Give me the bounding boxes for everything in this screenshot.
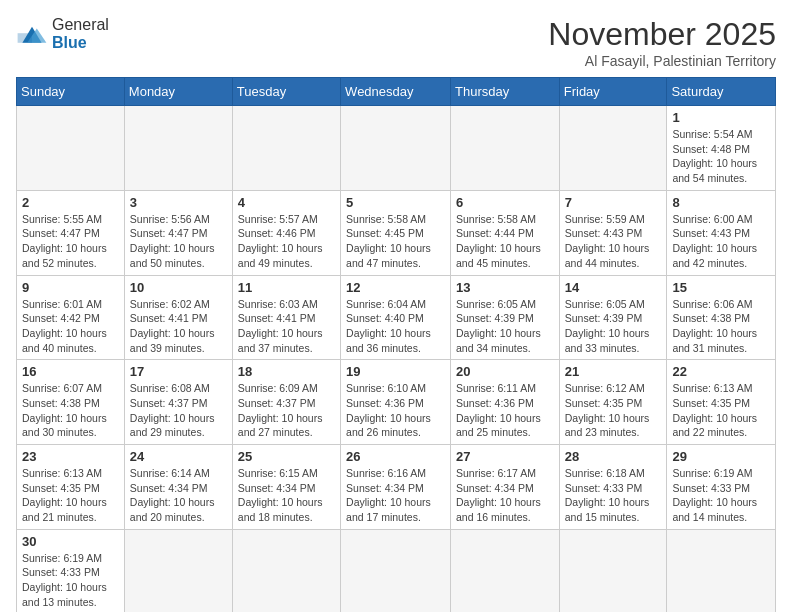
day-27: 27 Sunrise: 6:17 AM Sunset: 4:34 PM Dayl…: [451, 445, 560, 530]
week-row-4: 16 Sunrise: 6:07 AM Sunset: 4:38 PM Dayl…: [17, 360, 776, 445]
logo: GeneralBlue: [16, 16, 109, 51]
calendar-table: Sunday Monday Tuesday Wednesday Thursday…: [16, 77, 776, 612]
empty-cell: [559, 106, 667, 191]
day-21: 21 Sunrise: 6:12 AM Sunset: 4:35 PM Dayl…: [559, 360, 667, 445]
day-23: 23 Sunrise: 6:13 AM Sunset: 4:35 PM Dayl…: [17, 445, 125, 530]
day-17: 17 Sunrise: 6:08 AM Sunset: 4:37 PM Dayl…: [124, 360, 232, 445]
empty-cell: [451, 106, 560, 191]
empty-cell: [232, 529, 340, 612]
empty-cell: [559, 529, 667, 612]
day-15: 15 Sunrise: 6:06 AM Sunset: 4:38 PM Dayl…: [667, 275, 776, 360]
day-9: 9 Sunrise: 6:01 AM Sunset: 4:42 PM Dayli…: [17, 275, 125, 360]
day-25: 25 Sunrise: 6:15 AM Sunset: 4:34 PM Dayl…: [232, 445, 340, 530]
day-3: 3 Sunrise: 5:56 AM Sunset: 4:47 PM Dayli…: [124, 190, 232, 275]
day-22: 22 Sunrise: 6:13 AM Sunset: 4:35 PM Dayl…: [667, 360, 776, 445]
title-block: November 2025 Al Fasayil, Palestinian Te…: [548, 16, 776, 69]
header-monday: Monday: [124, 78, 232, 106]
day-13: 13 Sunrise: 6:05 AM Sunset: 4:39 PM Dayl…: [451, 275, 560, 360]
empty-cell: [451, 529, 560, 612]
day-18: 18 Sunrise: 6:09 AM Sunset: 4:37 PM Dayl…: [232, 360, 340, 445]
logo-icon: [16, 20, 48, 48]
week-row-2: 2 Sunrise: 5:55 AM Sunset: 4:47 PM Dayli…: [17, 190, 776, 275]
day-7: 7 Sunrise: 5:59 AM Sunset: 4:43 PM Dayli…: [559, 190, 667, 275]
empty-cell: [341, 529, 451, 612]
weekday-header-row: Sunday Monday Tuesday Wednesday Thursday…: [17, 78, 776, 106]
day-20: 20 Sunrise: 6:11 AM Sunset: 4:36 PM Dayl…: [451, 360, 560, 445]
day-14: 14 Sunrise: 6:05 AM Sunset: 4:39 PM Dayl…: [559, 275, 667, 360]
day-29: 29 Sunrise: 6:19 AM Sunset: 4:33 PM Dayl…: [667, 445, 776, 530]
day-4: 4 Sunrise: 5:57 AM Sunset: 4:46 PM Dayli…: [232, 190, 340, 275]
week-row-6: 30 Sunrise: 6:19 AM Sunset: 4:33 PM Dayl…: [17, 529, 776, 612]
empty-cell: [232, 106, 340, 191]
day-8: 8 Sunrise: 6:00 AM Sunset: 4:43 PM Dayli…: [667, 190, 776, 275]
empty-cell: [667, 529, 776, 612]
header-friday: Friday: [559, 78, 667, 106]
page-header: GeneralBlue November 2025 Al Fasayil, Pa…: [16, 16, 776, 69]
day-2: 2 Sunrise: 5:55 AM Sunset: 4:47 PM Dayli…: [17, 190, 125, 275]
header-tuesday: Tuesday: [232, 78, 340, 106]
week-row-5: 23 Sunrise: 6:13 AM Sunset: 4:35 PM Dayl…: [17, 445, 776, 530]
day-10: 10 Sunrise: 6:02 AM Sunset: 4:41 PM Dayl…: [124, 275, 232, 360]
day-6: 6 Sunrise: 5:58 AM Sunset: 4:44 PM Dayli…: [451, 190, 560, 275]
logo-text: GeneralBlue: [52, 16, 109, 51]
empty-cell: [341, 106, 451, 191]
day-16: 16 Sunrise: 6:07 AM Sunset: 4:38 PM Dayl…: [17, 360, 125, 445]
month-title: November 2025: [548, 16, 776, 53]
day-28: 28 Sunrise: 6:18 AM Sunset: 4:33 PM Dayl…: [559, 445, 667, 530]
empty-cell: [17, 106, 125, 191]
day-30: 30 Sunrise: 6:19 AM Sunset: 4:33 PM Dayl…: [17, 529, 125, 612]
day-26: 26 Sunrise: 6:16 AM Sunset: 4:34 PM Dayl…: [341, 445, 451, 530]
week-row-3: 9 Sunrise: 6:01 AM Sunset: 4:42 PM Dayli…: [17, 275, 776, 360]
header-sunday: Sunday: [17, 78, 125, 106]
day-11: 11 Sunrise: 6:03 AM Sunset: 4:41 PM Dayl…: [232, 275, 340, 360]
location-subtitle: Al Fasayil, Palestinian Territory: [548, 53, 776, 69]
day-5: 5 Sunrise: 5:58 AM Sunset: 4:45 PM Dayli…: [341, 190, 451, 275]
day-12: 12 Sunrise: 6:04 AM Sunset: 4:40 PM Dayl…: [341, 275, 451, 360]
empty-cell: [124, 529, 232, 612]
day-1: 1 Sunrise: 5:54 AM Sunset: 4:48 PM Dayli…: [667, 106, 776, 191]
svg-rect-3: [18, 33, 32, 43]
week-row-1: 1 Sunrise: 5:54 AM Sunset: 4:48 PM Dayli…: [17, 106, 776, 191]
empty-cell: [124, 106, 232, 191]
day-19: 19 Sunrise: 6:10 AM Sunset: 4:36 PM Dayl…: [341, 360, 451, 445]
header-saturday: Saturday: [667, 78, 776, 106]
header-wednesday: Wednesday: [341, 78, 451, 106]
header-thursday: Thursday: [451, 78, 560, 106]
day-24: 24 Sunrise: 6:14 AM Sunset: 4:34 PM Dayl…: [124, 445, 232, 530]
